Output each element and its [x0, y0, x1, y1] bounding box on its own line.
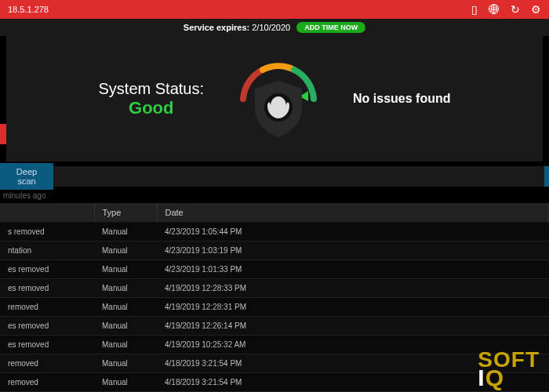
- table-row[interactable]: es removedManual4/23/2019 1:01:33 PM: [0, 260, 549, 279]
- cell-type: Manual: [94, 354, 157, 373]
- cell-type: Manual: [94, 317, 157, 336]
- table-row[interactable]: es removedManual4/19/2019 10:25:32 AM: [0, 336, 549, 354]
- col-type[interactable]: Type: [94, 203, 157, 223]
- table-row[interactable]: ntationManual4/23/2019 1:03:19 PM: [0, 241, 549, 260]
- gear-icon[interactable]: ⚙: [531, 3, 541, 16]
- battery-icon[interactable]: ▯: [471, 3, 478, 16]
- cell-name: removed: [0, 373, 94, 392]
- status-text: System Status: Good: [99, 80, 205, 118]
- side-accent: [0, 124, 6, 144]
- cell-date: 4/19/2019 12:28:33 PM: [157, 279, 549, 298]
- deep-scan-button[interactable]: Deep scan: [0, 163, 53, 190]
- status-panel: System Status: Good No issues found: [6, 36, 543, 162]
- col-date[interactable]: Date: [157, 203, 549, 223]
- cell-type: Manual: [94, 336, 157, 354]
- col-name[interactable]: [0, 203, 94, 223]
- status-gauge: [227, 56, 329, 142]
- refresh-icon[interactable]: ↻: [511, 3, 520, 16]
- add-time-button[interactable]: ADD TIME NOW: [296, 22, 365, 33]
- cell-type: Manual: [94, 260, 157, 279]
- table-row[interactable]: es removedManual4/19/2019 12:26:14 PM: [0, 317, 549, 336]
- status-value: Good: [99, 98, 205, 118]
- cell-name: es removed: [0, 317, 94, 336]
- table-row[interactable]: removedManual4/18/2019 3:21:54 PM: [0, 354, 549, 373]
- table-header-row: Type Date: [0, 203, 549, 223]
- scan-history-table: Type Date s removedManual4/23/2019 1:05:…: [0, 203, 549, 392]
- scroll-indicator[interactable]: [544, 166, 549, 187]
- table-row[interactable]: s removedManual4/23/2019 1:05:44 PM: [0, 223, 549, 241]
- cell-type: Manual: [94, 223, 157, 241]
- table-row[interactable]: es removedManual4/19/2019 12:28:33 PM: [0, 279, 549, 298]
- cell-name: es removed: [0, 336, 94, 354]
- cell-name: removed: [0, 298, 94, 317]
- cell-type: Manual: [94, 241, 157, 260]
- cell-name: es removed: [0, 260, 94, 279]
- cell-date: 4/23/2019 1:05:44 PM: [157, 223, 549, 241]
- scan-spacer: [53, 166, 544, 187]
- cell-date: 4/23/2019 1:01:33 PM: [157, 260, 549, 279]
- titlebar-actions: ▯ 🌐︎ ↻ ⚙: [471, 3, 541, 16]
- version-label: 18.5.1.278: [8, 5, 49, 14]
- service-expires-label: Service expires: 2/10/2020: [184, 23, 290, 32]
- cell-name: s removed: [0, 223, 94, 241]
- cell-name: removed: [0, 354, 94, 373]
- cell-date: 4/19/2019 10:25:32 AM: [157, 336, 549, 354]
- cell-type: Manual: [94, 298, 157, 317]
- cell-date: 4/18/2019 3:21:54 PM: [157, 373, 549, 392]
- phoenix-shield-icon: [247, 78, 310, 140]
- cell-name: es removed: [0, 279, 94, 298]
- status-label: System Status:: [99, 80, 205, 98]
- cell-type: Manual: [94, 373, 157, 392]
- last-scan-label: minutes ago: [0, 187, 549, 203]
- cell-date: 4/19/2019 12:26:14 PM: [157, 317, 549, 336]
- table-row[interactable]: removedManual4/18/2019 3:21:54 PM: [0, 373, 549, 392]
- service-bar: Service expires: 2/10/2020 ADD TIME NOW: [0, 19, 549, 36]
- cell-date: 4/19/2019 12:28:31 PM: [157, 298, 549, 317]
- table-row[interactable]: removedManual4/19/2019 12:28:31 PM: [0, 298, 549, 317]
- globe-icon[interactable]: 🌐︎: [489, 3, 500, 16]
- cell-name: ntation: [0, 241, 94, 260]
- cell-date: 4/23/2019 1:03:19 PM: [157, 241, 549, 260]
- titlebar: 18.5.1.278 ▯ 🌐︎ ↻ ⚙: [0, 0, 549, 19]
- scan-toolbar: Deep scan: [0, 166, 549, 187]
- cell-date: 4/18/2019 3:21:54 PM: [157, 354, 549, 373]
- issues-text: No issues found: [353, 92, 450, 106]
- cell-type: Manual: [94, 279, 157, 298]
